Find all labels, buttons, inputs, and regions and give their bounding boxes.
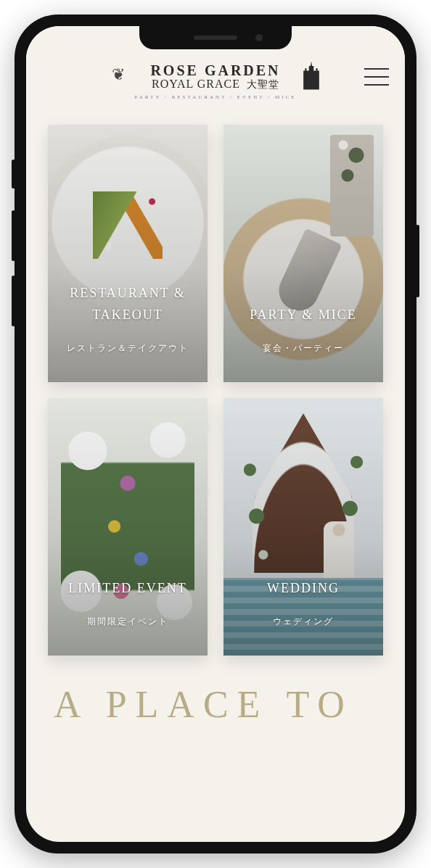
logo-title-line2-en: ROYAL GRACE bbox=[152, 78, 240, 90]
hamburger-menu-button[interactable] bbox=[364, 68, 389, 86]
card-limited-event[interactable]: LIMITED EVENT 期間限定イベント bbox=[48, 398, 208, 656]
logo-title-line2: ROYAL GRACE 大聖堂 bbox=[135, 78, 297, 91]
phone-notch bbox=[139, 26, 292, 49]
phone-speaker bbox=[194, 36, 237, 40]
phone-power-button bbox=[416, 225, 419, 297]
phone-volume-up bbox=[12, 210, 15, 261]
logo-title-line1: ROSE GARDEN bbox=[135, 62, 297, 79]
phone-device-frame: ❦ ROSE GARDEN ROYAL GRACE 大聖堂 PARTY / RE… bbox=[15, 15, 416, 853]
hamburger-line-icon bbox=[364, 84, 389, 86]
card-title-jp: 期間限定イベント bbox=[87, 616, 168, 628]
phone-mute-switch bbox=[12, 160, 15, 189]
logo-ornament-left-icon: ❦ bbox=[107, 65, 129, 87]
card-title-jp: 宴会・パーティー bbox=[263, 342, 344, 355]
phone-screen: ❦ ROSE GARDEN ROYAL GRACE 大聖堂 PARTY / RE… bbox=[26, 26, 405, 842]
castle-icon bbox=[302, 61, 321, 93]
phone-front-camera bbox=[255, 34, 263, 41]
card-title-en: RESTAURANT & TAKEOUT bbox=[48, 282, 208, 326]
card-party-mice[interactable]: PARTY & MICE 宴会・パーティー bbox=[223, 125, 383, 382]
hero-headline: A PLACE TO bbox=[26, 663, 405, 726]
card-restaurant-takeout[interactable]: RESTAURANT & TAKEOUT レストラン＆テイクアウト bbox=[48, 125, 208, 382]
site-logo[interactable]: ❦ ROSE GARDEN ROYAL GRACE 大聖堂 PARTY / RE… bbox=[135, 62, 297, 100]
phone-volume-down bbox=[12, 276, 15, 326]
logo-title-line2-jp: 大聖堂 bbox=[247, 79, 279, 90]
logo-subtitle: PARTY / RESTAURANT / EVENT / MICE bbox=[135, 94, 297, 100]
category-grid: RESTAURANT & TAKEOUT レストラン＆テイクアウト PARTY … bbox=[26, 110, 405, 663]
card-wedding[interactable]: WEDDING ウェディング bbox=[223, 398, 383, 656]
card-title-jp: レストラン＆テイクアウト bbox=[67, 342, 189, 355]
card-title-jp: ウェディング bbox=[273, 616, 334, 628]
hamburger-line-icon bbox=[364, 76, 389, 78]
card-title-en: WEDDING bbox=[261, 577, 345, 600]
card-title-en: LIMITED EVENT bbox=[62, 577, 192, 600]
hamburger-line-icon bbox=[364, 68, 389, 70]
card-title-en: PARTY & MICE bbox=[244, 304, 363, 326]
